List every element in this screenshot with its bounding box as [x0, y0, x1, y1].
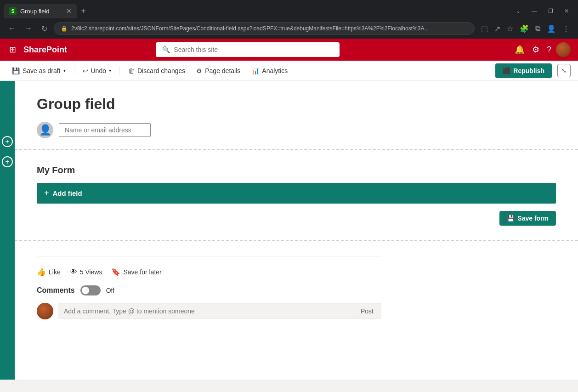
save-as-draft-button[interactable]: 💾 Save as draft ▾ [7, 65, 70, 76]
save-draft-dropdown-icon[interactable]: ▾ [63, 68, 66, 73]
header-actions: 🔔 ⚙ ? [512, 42, 571, 57]
views-count: 5 Views [80, 268, 102, 276]
add-field-plus-icon: + [44, 188, 49, 198]
left-sidebar: + + [0, 81, 15, 380]
window-maximize-btn[interactable]: ❐ [543, 6, 559, 16]
people-picker-input[interactable] [59, 123, 151, 137]
form-section: My Form + Add field 💾 Save form [15, 150, 578, 241]
user-avatar[interactable] [556, 42, 571, 57]
back-button[interactable]: ← [6, 23, 18, 34]
active-tab[interactable]: S Group field ✕ [4, 4, 77, 18]
toolbar-sep-2 [119, 66, 120, 75]
browser-chrome: S Group field ✕ + ⌄ — ❐ ✕ ← → ↻ 🔒 2v8lc2… [0, 0, 578, 39]
add-field-button[interactable]: + Add field [37, 183, 556, 204]
republish-label: Republish [513, 67, 544, 74]
post-comment-button[interactable]: Post [353, 304, 381, 318]
page-content: + + Group field 👤 My Form + Add field 💾 [0, 81, 578, 380]
profile-icon-btn[interactable]: 👤 [544, 23, 559, 35]
avatar-placeholder-icon: 👤 [39, 124, 51, 136]
tab-favicon: S [9, 7, 17, 15]
lock-icon: 🔒 [61, 25, 68, 32]
page-title: Group field [37, 96, 556, 113]
comment-input-row: Post [37, 303, 381, 319]
bookmark-icon-btn[interactable]: ☆ [504, 23, 516, 35]
undo-dropdown-icon[interactable]: ▾ [109, 68, 111, 73]
waffle-icon[interactable]: ⊞ [7, 43, 18, 57]
footer-section: 👍 Like 👁 5 Views 🔖 Save for later [15, 241, 578, 330]
comment-input[interactable] [58, 304, 353, 318]
toggle-slider [80, 285, 101, 295]
people-picker-row: 👤 [37, 122, 556, 138]
form-title: My Form [37, 165, 556, 176]
toolbar-sep-1 [74, 66, 74, 75]
commenter-avatar-image [37, 303, 53, 319]
notifications-button[interactable]: 🔔 [512, 42, 527, 57]
discard-changes-label: Discard changes [137, 67, 185, 74]
new-tab-button[interactable]: + [77, 5, 90, 18]
window-close-btn[interactable]: ✕ [559, 6, 574, 16]
search-input[interactable] [174, 46, 333, 53]
tab-close-button[interactable]: ✕ [66, 7, 72, 15]
sharepoint-header: ⊞ SharePoint 🔍 🔔 ⚙ ? [0, 39, 578, 61]
save-form-button[interactable]: 💾 Save form [499, 211, 556, 226]
refresh-button[interactable]: ↻ [39, 23, 50, 35]
like-label: Like [49, 268, 61, 276]
share-icon-btn[interactable]: ↗ [492, 23, 503, 35]
page-details-label: Page details [205, 67, 240, 74]
discard-icon: 🗑 [128, 67, 135, 74]
footer-actions-row: 👍 Like 👁 5 Views 🔖 Save for later [37, 267, 556, 276]
save-form-icon: 💾 [507, 215, 515, 222]
save-for-later-label: Save for later [123, 268, 161, 276]
page-header-section: Group field 👤 [15, 81, 578, 150]
collapse-icon: ⤡ [561, 67, 567, 74]
search-icon: 🔍 [162, 46, 170, 53]
page-main-content: Group field 👤 My Form + Add field 💾 Save… [15, 81, 578, 380]
analytics-icon: 📊 [251, 67, 259, 74]
help-button[interactable]: ? [544, 42, 554, 57]
browser-toolbar-icons: ⬚ ↗ ☆ 🧩 ⧉ 👤 ⋮ [478, 23, 572, 35]
republish-button[interactable]: ⬛ Republish [495, 63, 552, 78]
analytics-label: Analytics [262, 67, 288, 74]
address-bar[interactable]: 🔒 2v8lc2.sharepoint.com/sites/JSONForm/S… [54, 22, 475, 35]
tab-bar: S Group field ✕ + ⌄ — ❐ ✕ [0, 0, 578, 18]
comments-label: Comments [37, 286, 75, 295]
sidebar-add-button-top[interactable]: + [2, 136, 13, 147]
analytics-button[interactable]: 📊 Analytics [247, 65, 292, 76]
like-button[interactable]: 👍 Like [37, 267, 61, 276]
window-minimize-btn[interactable]: — [526, 6, 543, 16]
save-draft-icon: 💾 [12, 67, 20, 74]
save-for-later-button[interactable]: 🔖 Save for later [111, 267, 161, 276]
split-view-icon-btn[interactable]: ⧉ [533, 23, 543, 34]
save-form-area: 💾 Save form [37, 211, 556, 226]
url-text: 2v8lc2.sharepoint.com/sites/JSONForm/Sit… [71, 25, 429, 32]
bookmark-icon: 🔖 [111, 267, 120, 276]
page-toolbar: 💾 Save as draft ▾ ↩ Undo ▾ 🗑 Discard cha… [0, 61, 578, 81]
search-box: 🔍 [156, 42, 340, 57]
settings-button[interactable]: ⚙ [529, 42, 542, 57]
collapse-button[interactable]: ⤡ [557, 64, 571, 77]
commenter-avatar [37, 303, 53, 319]
sidebar-add-button-bottom[interactable]: + [2, 156, 13, 167]
window-chevron-btn[interactable]: ⌄ [510, 6, 526, 16]
page-details-button[interactable]: ⚙ Page details [192, 65, 245, 76]
cast-icon-btn[interactable]: ⬚ [478, 23, 491, 35]
footer-divider [37, 256, 381, 256]
address-bar-row: ← → ↻ 🔒 2v8lc2.sharepoint.com/sites/JSON… [0, 18, 578, 39]
views-button[interactable]: 👁 5 Views [70, 268, 102, 276]
save-as-draft-label: Save as draft [23, 67, 61, 74]
forward-button[interactable]: → [22, 23, 35, 34]
page-details-icon: ⚙ [196, 67, 202, 74]
comments-toggle[interactable] [80, 285, 101, 295]
comments-toggle-status: Off [106, 287, 114, 294]
undo-button[interactable]: ↩ Undo ▾ [78, 65, 116, 76]
undo-label: Undo [91, 67, 106, 74]
undo-icon: ↩ [83, 67, 88, 74]
window-controls: ⌄ — ❐ ✕ [510, 6, 574, 16]
comments-header: Comments Off [37, 285, 556, 295]
comment-input-wrap: Post [58, 303, 381, 319]
republish-icon: ⬛ [503, 67, 510, 74]
menu-icon-btn[interactable]: ⋮ [560, 23, 572, 35]
extensions-icon-btn[interactable]: 🧩 [517, 23, 532, 35]
discard-changes-button[interactable]: 🗑 Discard changes [124, 65, 190, 76]
sharepoint-logo[interactable]: SharePoint [23, 45, 67, 55]
